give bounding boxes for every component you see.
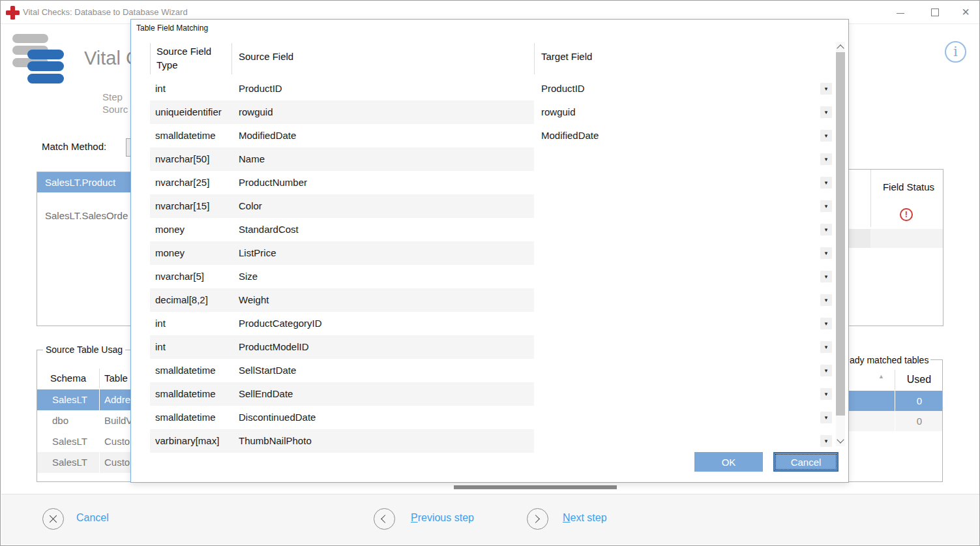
source-field-cell: SellStartDate (239, 365, 296, 376)
field-matching-row: nvarchar[15]Color ▾ (131, 194, 835, 218)
target-field-dropdown-button[interactable]: ▾ (820, 177, 832, 189)
field-matching-row: nvarchar[5]Size ▾ (131, 265, 835, 288)
table-column-header[interactable]: Table (104, 369, 128, 388)
target-field-dropdown-button[interactable]: ▾ (820, 130, 832, 142)
vertical-scrollbar[interactable] (836, 42, 845, 446)
usage-schema-cell: SalesLT (52, 389, 87, 410)
source-field-cells: moneyStandardCost (150, 218, 534, 241)
used-column-header[interactable]: Used (895, 370, 943, 389)
previous-step-circle-icon[interactable] (374, 508, 395, 530)
field-matching-row: nvarchar[25]ProductNumber ▾ (131, 171, 835, 194)
vertical-scrollbar-thumb[interactable] (836, 52, 845, 416)
field-matching-header: Source Field Type Source Field Target Fi… (131, 42, 835, 74)
field-matching-row: intProductID ProductID ▾ (131, 77, 835, 100)
ok-button[interactable]: OK (694, 452, 763, 472)
chevron-down-icon: ▾ (825, 438, 828, 444)
target-field-dropdown-button[interactable]: ▾ (820, 200, 832, 212)
previous-step-button[interactable]: Previous step (411, 512, 474, 524)
usage-schema-cell: SalesLT (52, 431, 87, 452)
field-matching-row: smalldatetimeModifiedDate ModifiedDate ▾ (131, 124, 835, 147)
column-divider (870, 170, 871, 227)
info-icon[interactable]: i (945, 41, 966, 63)
column-divider (99, 452, 100, 473)
cancel-button[interactable]: Cancel (773, 452, 839, 472)
usage-schema-cell: SalesLT (52, 452, 87, 473)
wizard-footer: Cancel Previous step Next step (1, 494, 980, 545)
field-matching-row: smalldatetimeSellEndDate ▾ (131, 382, 835, 406)
field-matching-row: moneyListPrice ▾ (131, 241, 835, 265)
logo-bar (27, 50, 64, 59)
source-field-cell: ProductNumber (239, 177, 307, 188)
target-field-dropdown-button[interactable]: ▾ (820, 271, 832, 282)
source-field-cell: ListPrice (239, 247, 276, 258)
source-field-cells: intProductID (150, 77, 534, 100)
close-button[interactable]: × (951, 1, 980, 24)
source-field-cells: moneyListPrice (150, 241, 534, 265)
source-field-cells: intProductModelID (150, 335, 534, 359)
app-window: Vital Checks: Database to Database Wizar… (0, 0, 980, 546)
usage-table-cell: Addre (104, 389, 130, 410)
cancel-circle-icon[interactable] (42, 508, 64, 530)
source-field-type-column-header: Source Field Type (156, 44, 228, 72)
target-field-dropdown-button[interactable]: ▾ (820, 341, 832, 353)
target-field-dropdown-button[interactable]: ▾ (820, 294, 832, 306)
logo-bar (12, 34, 48, 43)
target-field-dropdown-button[interactable]: ▾ (820, 247, 832, 259)
target-field-dropdown-button[interactable]: ▾ (820, 365, 832, 376)
source-field-type-cell: nvarchar[15] (155, 194, 239, 218)
used-count-cell: 0 (895, 391, 943, 411)
source-field-cell: ModifiedDate (239, 130, 296, 141)
target-field-cell: rowguid (541, 100, 576, 124)
field-matching-row: smalldatetimeSellStartDate ▾ (131, 359, 835, 382)
source-field-cells: nvarchar[50]Name (150, 147, 534, 171)
matched-tables-label: ady matched tables (850, 355, 930, 365)
sort-ascending-icon[interactable]: ▲ (878, 373, 884, 380)
used-count-cell: 0 (895, 411, 943, 431)
source-table-row-label: SalesLT.SalesOrde (45, 210, 128, 221)
chevron-down-icon: ▾ (825, 132, 828, 139)
source-table-usage-label: Source Table Usag (43, 344, 125, 355)
field-matching-row: smalldatetimeDiscontinuedDate ▾ (131, 406, 835, 429)
chevron-down-icon: ▾ (825, 414, 828, 421)
source-field-type-cell: varbinary[max] (155, 429, 239, 453)
source-field-type-cell: nvarchar[25] (155, 171, 239, 194)
maximize-button[interactable] (920, 1, 950, 24)
source-field-cells: smalldatetimeModifiedDate (150, 124, 534, 147)
minimize-icon (897, 13, 904, 14)
minimize-button[interactable] (885, 1, 915, 24)
source-field-cell: ProductModelID (239, 341, 309, 352)
table-row-cell (849, 229, 870, 248)
target-field-dropdown-button[interactable]: ▾ (820, 412, 832, 423)
source-field-cell: SellEndDate (239, 388, 293, 399)
chevron-down-icon: ▾ (825, 297, 828, 303)
target-field-dropdown-button[interactable]: ▾ (820, 388, 832, 400)
target-field-dropdown-button[interactable]: ▾ (820, 224, 832, 235)
source-field-type-cell: smalldatetime (155, 124, 239, 147)
source-field-cell: DiscontinuedDate (239, 412, 316, 423)
schema-column-header[interactable]: Schema (37, 369, 99, 388)
maximize-icon (931, 8, 939, 16)
scroll-up-icon[interactable] (837, 44, 844, 52)
source-field-cells: nvarchar[15]Color (150, 194, 534, 218)
horizontal-scrollbar-thumb[interactable] (454, 485, 617, 489)
chevron-down-icon: ▾ (825, 156, 828, 162)
chevron-down-icon: ▾ (825, 226, 828, 233)
source-field-cells: smalldatetimeDiscontinuedDate (150, 406, 534, 429)
target-field-dropdown-button[interactable]: ▾ (820, 435, 832, 447)
previous-step-label-rest: revious step (418, 512, 474, 523)
source-field-cell: StandardCost (239, 224, 299, 235)
target-field-dropdown-button[interactable]: ▾ (820, 153, 832, 165)
wizard-cancel-button[interactable]: Cancel (76, 512, 109, 524)
next-step-label-head: N (563, 512, 571, 523)
target-field-dropdown-button[interactable]: ▾ (820, 106, 832, 118)
dialog-title: Table Field Matching (136, 23, 208, 33)
target-field-dropdown-button[interactable]: ▾ (820, 83, 832, 95)
scroll-down-icon[interactable] (837, 436, 844, 443)
source-field-type-cell: nvarchar[50] (155, 147, 239, 171)
field-matching-row: uniqueidentifierrowguid rowguid ▾ (131, 100, 835, 124)
target-field-dropdown-button[interactable]: ▾ (820, 318, 832, 329)
next-step-circle-icon[interactable] (527, 508, 548, 530)
source-field-type-cell: smalldatetime (155, 359, 239, 382)
source-field-type-cell: smalldatetime (155, 406, 239, 429)
next-step-button[interactable]: Next step (563, 512, 607, 524)
